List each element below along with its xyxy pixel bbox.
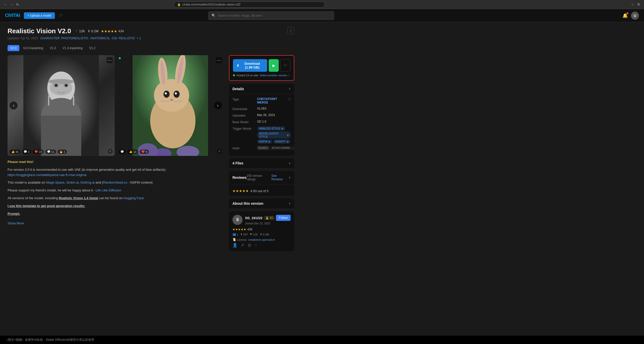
play-button[interactable]: ▶ <box>269 59 279 72</box>
trigger-tag-modelshoot[interactable]: MODELSHOOT STYLE ⊕ <box>257 131 291 139</box>
files-panel-header[interactable]: 4 Files ∨ <box>229 158 294 168</box>
author-stat-likes: ❤ 12K <box>250 233 258 236</box>
online-dot <box>233 74 235 76</box>
version-tab-v13-inpainting[interactable]: V1.3-inpainting <box>60 45 85 51</box>
image-green-indicator <box>119 57 121 59</box>
hash-value-row: BLAKE3 AE39011808BD... ⧉ <box>257 146 294 150</box>
trigger-tag-nsfw[interactable]: NSFW ⊕ <box>257 140 272 144</box>
author-stat-uploads: ⬆ 957 <box>240 233 248 236</box>
main-content: Realistic Vision V2.0 ♡ 12K ⬇ 0.2M ★★★★★ <box>0 22 302 256</box>
bottom-bar-text: （图文+视频）老鹿学Ai绘画：Stable Diffusion的模型分类以及使用 <box>5 338 94 341</box>
model-more-options-button[interactable]: ⋮ <box>287 27 294 34</box>
site-logo[interactable]: CIVITAI <box>5 13 20 18</box>
favorite-button[interactable]: ♡ <box>280 59 290 72</box>
upload-model-button[interactable]: + Upload a model <box>24 12 55 19</box>
download-sub-link[interactable]: Select another version ○ <box>260 74 290 77</box>
version-tab-v20[interactable]: V2.0 <box>8 45 19 51</box>
refresh-button[interactable]: ↻ <box>15 2 20 7</box>
version-tab-v13[interactable]: V1.3 <box>47 45 59 51</box>
hugging-face-link[interactable]: Hugging Face <box>124 196 144 200</box>
type-value[interactable]: CHECKPOINT MERGE <box>257 97 285 104</box>
search-bar[interactable]: 🔍 <box>208 11 334 20</box>
rating-row: ★★★★★ 4.93 out of 5 <box>232 189 291 193</box>
trigger-tag-analog[interactable]: ANALOG STYLE ⊕ <box>257 126 285 130</box>
getimg-link[interactable]: GetImg.ai <box>80 181 95 184</box>
gallery-left-more-button[interactable]: ⋯ <box>107 57 113 63</box>
hf-beta-link[interactable]: Realistic Vision 1.4 (beta) <box>59 196 98 200</box>
license-link[interactable]: creativeml-openrail-m <box>248 238 275 241</box>
trigger-tags-container: ANALOG STYLE ⊕ MODELSHOOT STYLE ⊕ NSFW ⊕ <box>257 126 291 144</box>
reviews-panel-header[interactable]: Reviews 150 version ratings See Reviews … <box>229 171 294 184</box>
trigger-copy-icon3: ⊕ <box>268 140 270 143</box>
version-tab-v12[interactable]: V1.2 <box>87 45 98 51</box>
forward-button[interactable]: → <box>9 2 14 7</box>
author-cross-icon[interactable]: ✗ <box>241 243 244 248</box>
see-reviews-link[interactable]: See Reviews <box>271 174 289 181</box>
download-button[interactable]: ⬇ Download (1.99 GB) <box>233 59 267 72</box>
uploaded-label: Uploaded <box>232 113 255 117</box>
tag-character[interactable]: CHARACTER <box>40 37 60 40</box>
downloads-label: Downloads <box>232 107 255 111</box>
uploaded-value: Mar 26, 2023 <box>257 113 291 117</box>
author-circle-icon[interactable]: ○ <box>255 243 257 248</box>
tag-photorealistic[interactable]: PHOTOREALISTIC <box>61 37 89 40</box>
gallery-right-more-button[interactable]: ⋯ <box>216 57 222 63</box>
follow-button[interactable]: Follow <box>276 215 291 221</box>
tag-anatomical[interactable]: ANATOMICAL <box>90 37 110 40</box>
sinkin-link[interactable]: Sinkin.ai <box>66 181 78 184</box>
back-button[interactable]: ← <box>3 2 8 7</box>
about-panel-title: About this version <box>232 201 263 205</box>
life-like-link[interactable]: Life Like Diffusion <box>96 188 121 192</box>
template-link[interactable]: I use this template to get good generati… <box>8 204 85 208</box>
settings-icon[interactable]: ⚙ <box>636 2 641 7</box>
detail-hash-row: Hash BLAKE3 AE39011808BD... ⧉ <box>232 146 291 150</box>
uploads-icon: ⬆ <box>240 233 243 236</box>
tag-more[interactable]: + 1 <box>137 37 141 40</box>
review-stars: ★★★★★ <box>232 189 249 193</box>
random-seed-link[interactable]: RandomSeed.co <box>103 181 127 184</box>
author-box-icon[interactable]: ⊠ <box>248 243 251 248</box>
gallery-section: ⋯ 👍41 💬2 ❤️23 💬11 🔥1 © ‹ <box>8 55 224 251</box>
mage-link[interactable]: Mage.Space <box>46 181 64 184</box>
image-watermark: © <box>108 149 113 154</box>
trigger-tag-nudity[interactable]: NUDITY ⊕ <box>273 140 291 144</box>
gallery-prev-button[interactable]: ‹ <box>10 101 18 110</box>
about-panel: About this version ∨ <box>229 198 294 209</box>
header-heart-icon[interactable]: ♡ <box>59 13 62 18</box>
details-panel: Details ∧ Type CHECKPOINT MERGE ⓘ Downlo… <box>229 84 294 156</box>
detail-trigger-row: Trigger Words ANALOG STYLE ⊕ MODELSHOOT … <box>232 126 291 144</box>
bookmark-icon[interactable]: ☆ <box>630 2 635 7</box>
reviews-panel-body: ★★★★★ 4.93 out of 5 <box>229 184 294 196</box>
author-action-icons: 👤 ✗ ⊠ ○ <box>232 243 291 248</box>
version-tab-v20-inpainting[interactable]: V2.0-inpainting <box>20 45 46 51</box>
tag-realistic[interactable]: REALISTIC <box>119 37 135 40</box>
gallery-image-left[interactable]: ⋯ 👍41 💬2 ❤️23 💬11 🔥1 © <box>8 55 115 156</box>
about-panel-header[interactable]: About this version ∨ <box>229 198 294 209</box>
gallery-next-button[interactable]: › <box>214 101 222 110</box>
user-avatar[interactable]: U <box>631 12 639 20</box>
base-model-label: Base Model <box>232 120 255 124</box>
svg-point-21 <box>165 92 167 94</box>
trigger-copy-icon: ⊕ <box>281 127 283 130</box>
gallery-image-right[interactable]: ⋯ 💬 👍13 ❤️9 © <box>117 55 224 156</box>
type-info-icon[interactable]: ⓘ <box>288 97 291 101</box>
detail-uploaded-row: Uploaded Mar 26, 2023 <box>232 113 291 117</box>
bottom-bar: （图文+视频）老鹿学Ai绘画：Stable Diffusion的模型分类以及使用 <box>0 336 644 344</box>
notification-button[interactable]: 🔔 <box>622 13 628 18</box>
trigger-tag-modelshoot-text: MODELSHOOT STYLE <box>259 132 286 138</box>
stat-comment2: 💬 <box>119 150 126 154</box>
reviews-chevron-icon: ∨ <box>289 176 291 179</box>
license-icon: 📜 <box>232 238 236 241</box>
show-more-link[interactable]: Show More <box>8 221 24 226</box>
url-text: civitai.com/models/4201/realistic-vision… <box>182 3 240 6</box>
url-bar[interactable]: 🔒 civitai.com/models/4201/realistic-visi… <box>174 2 325 8</box>
please-read-link[interactable]: Please read this! <box>8 160 33 164</box>
author-person-icon[interactable]: 👤 <box>232 243 237 248</box>
search-input[interactable] <box>218 14 331 17</box>
desc-vae-para: For version 2.0 it is recommended to use… <box>8 167 224 178</box>
license-prefix: License: <box>237 238 247 241</box>
details-panel-header[interactable]: Details ∧ <box>229 84 294 94</box>
tag-cgi[interactable]: CGI <box>112 37 117 40</box>
license-row: 📜 License: creativeml-openrail-m <box>232 238 291 241</box>
vae-link[interactable]: https://huggingface.co/stabilityai/sd-va… <box>8 173 87 177</box>
